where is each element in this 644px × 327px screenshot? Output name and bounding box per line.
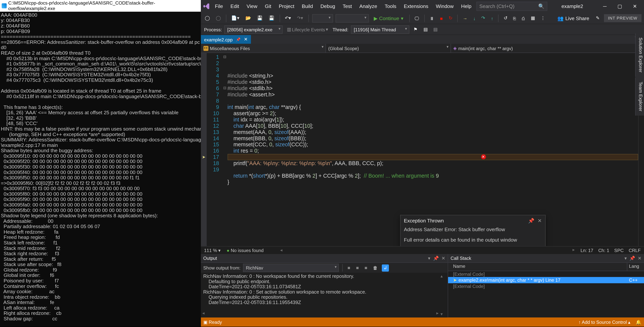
sidetab-team-explorer[interactable]: Team Explorer: [635, 77, 644, 115]
notifications-icon[interactable]: 🔔: [636, 319, 642, 325]
next-stmt-icon[interactable]: →: [461, 15, 469, 22]
feedback-icon[interactable]: ✎: [594, 15, 601, 22]
menu-edit[interactable]: Edit: [227, 2, 242, 11]
save-icon[interactable]: 💾: [255, 15, 264, 22]
continue-button[interactable]: ▶ Continue ▾: [371, 15, 406, 21]
callstack-rows[interactable]: [External Code]➤example2.exe!main(int ar…: [448, 271, 644, 317]
tool2-icon[interactable]: ⎘: [512, 15, 518, 22]
nav-fwd-icon[interactable]: ◯: [214, 15, 222, 22]
close-button[interactable]: ✕: [627, 1, 642, 12]
tool3-icon[interactable]: ⎙: [520, 15, 526, 22]
scroll-up-icon[interactable]: ▲: [440, 274, 447, 279]
tool4-icon[interactable]: ▦: [529, 15, 537, 22]
nav-project[interactable]: ++ Miscellaneous Files: [201, 44, 326, 53]
cs-dropdown-icon[interactable]: ▾: [624, 255, 627, 261]
callstack-row[interactable]: [External Code]: [448, 271, 644, 277]
maximize-button[interactable]: ▢: [612, 1, 627, 12]
output-dropdown-icon[interactable]: ▾: [428, 255, 430, 261]
step-out-icon[interactable]: ↑: [489, 15, 495, 22]
save-all-icon[interactable]: 💾: [267, 15, 276, 22]
cs-col-name[interactable]: Name: [448, 263, 627, 271]
menu-test[interactable]: Test: [340, 2, 356, 11]
output-pin-icon[interactable]: 📌: [433, 255, 439, 261]
line-indicator[interactable]: Ln: 17: [580, 248, 593, 253]
menu-extensions[interactable]: Extensions: [400, 2, 432, 11]
indent-indicator[interactable]: SPC: [614, 248, 624, 253]
col-indicator[interactable]: Ch: 1: [598, 248, 609, 253]
undo-icon[interactable]: ↶▾: [283, 15, 293, 22]
scroll-right-icon[interactable]: ►: [436, 311, 440, 317]
editor-statusbar: 111 % ▾ ● No issues found ◄ ► Ln: 17 Ch:…: [201, 246, 644, 254]
sidetab-solution-explorer[interactable]: Solution Explorer: [635, 34, 644, 77]
nav-function[interactable]: ◈ main(int argc, char ** argv): [451, 44, 644, 53]
output-close-icon[interactable]: ✕: [442, 255, 445, 261]
output-tool3-icon[interactable]: ≡: [363, 264, 369, 271]
search-box[interactable]: Search (Ctrl+Q) 🔍: [476, 2, 547, 11]
menu-project[interactable]: Project: [275, 2, 298, 11]
screenshot-icon[interactable]: 🖵: [413, 15, 421, 22]
redo-icon[interactable]: ↷▾: [295, 15, 305, 22]
output-text[interactable]: RichNav Information: 0 : No workspace fo…: [201, 273, 448, 317]
open-icon[interactable]: 📂: [244, 15, 253, 22]
menu-debug[interactable]: Debug: [317, 2, 338, 11]
output-source-dropdown[interactable]: RichNav: [243, 264, 339, 272]
lineending-indicator[interactable]: CRLF: [629, 248, 640, 253]
close-tab-icon[interactable]: ✕: [244, 37, 248, 42]
output-wordwrap-icon[interactable]: ↲: [382, 264, 389, 271]
menu-help[interactable]: Help: [458, 2, 475, 11]
pin-popup-icon[interactable]: 📌: [528, 218, 534, 224]
config-dropdown[interactable]: [312, 14, 333, 23]
menu-git[interactable]: Git: [262, 2, 274, 11]
stop-icon[interactable]: ■: [438, 15, 444, 22]
add-source-control[interactable]: ↑ Add to Source Control ▴: [578, 319, 630, 325]
menu-build[interactable]: Build: [298, 2, 316, 11]
break-all-icon[interactable]: ⏸: [428, 15, 436, 22]
scroll-left-icon[interactable]: ◄: [202, 311, 205, 317]
menu-file[interactable]: File: [212, 2, 226, 11]
menu-view[interactable]: View: [243, 2, 261, 11]
output-tool2-icon[interactable]: ≡: [354, 264, 360, 271]
menu-analyze[interactable]: Analyze: [356, 2, 380, 11]
nav-back-icon[interactable]: ◯: [203, 15, 212, 22]
flag-icon[interactable]: ⚑: [412, 26, 419, 33]
lifecycle-icon[interactable]: ▥ Lifecycle Events ▾: [285, 26, 330, 33]
cs-col-lang[interactable]: Lang: [627, 263, 644, 271]
tab-example2[interactable]: example2.cpp 📌 ✕: [201, 35, 251, 44]
menu-tools[interactable]: Tools: [381, 2, 400, 11]
step-into-icon[interactable]: ↓: [472, 15, 477, 22]
callstack-row[interactable]: [External Code]: [448, 283, 644, 289]
output-tool4-icon[interactable]: 🗑: [372, 264, 380, 271]
stack2-icon[interactable]: ▤: [432, 26, 440, 33]
stack-icon[interactable]: ▤: [422, 26, 429, 33]
close-popup-icon[interactable]: ✕: [538, 218, 542, 224]
editor[interactable]: ➤ 12345678910111213141516171819 ⊟ ⊟ #inc…: [201, 53, 644, 246]
breakpoint-margin[interactable]: ➤: [201, 53, 206, 246]
process-dropdown[interactable]: [28056] example2.exe: [224, 25, 283, 34]
callstack-title: Call Stack: [450, 256, 471, 261]
live-share-button[interactable]: 👥 Live Share: [555, 15, 592, 21]
callstack-row[interactable]: ➤example2.exe!main(int argc, char * * ar…: [448, 277, 644, 283]
pin-icon[interactable]: 📌: [236, 37, 240, 42]
restart-icon[interactable]: ↻: [447, 15, 454, 22]
solution-name: example2: [549, 4, 596, 9]
tool1-icon[interactable]: ↺: [502, 15, 509, 22]
scroll-left-icon[interactable]: ◄: [280, 248, 283, 252]
scroll-right-icon[interactable]: ►: [572, 248, 576, 253]
step-over-icon[interactable]: ↷: [480, 15, 486, 22]
nav-scope[interactable]: (Global Scope): [326, 44, 451, 53]
cs-pin-icon[interactable]: 📌: [630, 255, 635, 261]
error-glyph-icon[interactable]: ✕: [481, 154, 486, 159]
cs-close-icon[interactable]: ✕: [638, 255, 642, 261]
menu-window[interactable]: Window: [432, 2, 457, 11]
new-item-icon[interactable]: 📄▾: [230, 15, 241, 22]
toolbar: ◯ ◯ 📄▾ 📂 💾 💾 ↶▾ ↷▾ ▶ Continue ▾ 🖵 ⏸ ■ ↻ …: [201, 13, 644, 24]
minimize-button[interactable]: ─: [597, 1, 612, 12]
platform-dropdown[interactable]: [335, 14, 369, 23]
issues-indicator[interactable]: ● No issues found: [226, 248, 264, 253]
output-tool1-icon[interactable]: ≡: [346, 264, 352, 271]
tool5-icon[interactable]: ⋮: [539, 15, 547, 22]
fold-margin[interactable]: ⊟ ⊟: [222, 53, 227, 246]
scroll-down-icon[interactable]: ▼: [440, 311, 447, 316]
zoom-level[interactable]: 111 % ▾: [204, 248, 221, 253]
thread-dropdown[interactable]: [11916] Main Thread: [351, 25, 409, 34]
